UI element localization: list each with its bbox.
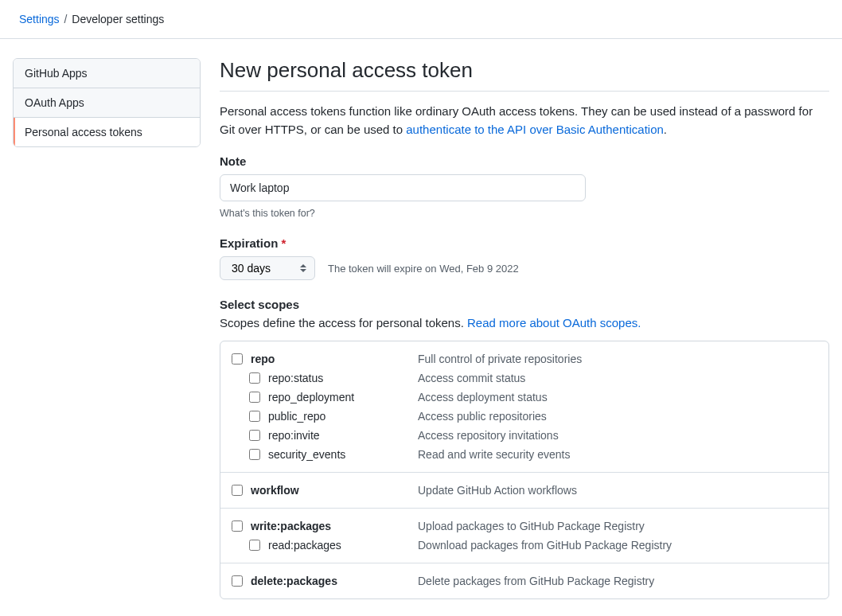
scope-description: Update GitHub Action workflows — [418, 484, 577, 497]
scope-checkbox[interactable] — [249, 540, 260, 551]
scope-name: read:packages — [268, 539, 418, 552]
expiration-select[interactable]: 30 days — [220, 256, 315, 280]
sidebar-item-github-apps[interactable]: GitHub Apps — [14, 59, 200, 88]
scope-checkbox[interactable] — [249, 411, 260, 422]
scope-row: security_eventsRead and write security e… — [232, 445, 817, 464]
scope-row: write:packagesUpload packages to GitHub … — [232, 517, 817, 536]
scope-row: repo:inviteAccess repository invitations — [232, 426, 817, 445]
scope-checkbox[interactable] — [249, 430, 260, 441]
scope-row: workflowUpdate GitHub Action workflows — [232, 481, 817, 500]
scope-name: repo — [251, 353, 418, 365]
main-content: New personal access token Personal acces… — [220, 58, 829, 616]
scope-description: Delete packages from GitHub Package Regi… — [418, 575, 654, 587]
oauth-scopes-link[interactable]: Read more about OAuth scopes. — [467, 316, 641, 329]
scopes-table: repoFull control of private repositories… — [220, 341, 829, 599]
note-input[interactable] — [220, 174, 586, 201]
scope-name: write:packages — [251, 520, 418, 532]
scope-checkbox[interactable] — [249, 449, 260, 460]
caret-updown-icon — [300, 264, 306, 272]
scope-description: Access commit status — [418, 372, 525, 384]
scopes-description: Scopes define the access for personal to… — [220, 316, 829, 329]
scope-group: delete:packagesDelete packages from GitH… — [220, 563, 828, 598]
scope-description: Download packages from GitHub Package Re… — [418, 539, 672, 552]
scope-name: repo:status — [268, 372, 418, 384]
scope-name: public_repo — [268, 410, 418, 423]
scope-row: public_repoAccess public repositories — [232, 407, 817, 426]
scope-name: delete:packages — [251, 575, 418, 587]
scope-name: repo_deployment — [268, 391, 418, 404]
note-helper: What's this token for? — [220, 208, 829, 219]
scope-description: Full control of private repositories — [418, 353, 582, 365]
expiration-note: The token will expire on Wed, Feb 9 2022 — [328, 263, 519, 275]
expiration-label: Expiration * — [220, 236, 829, 250]
scope-checkbox[interactable] — [232, 485, 243, 496]
scope-description: Access repository invitations — [418, 429, 559, 442]
auth-api-link[interactable]: authenticate to the API over Basic Authe… — [406, 123, 664, 136]
scope-row: delete:packagesDelete packages from GitH… — [232, 571, 817, 591]
scope-checkbox[interactable] — [249, 392, 260, 403]
scope-group: write:packagesUpload packages to GitHub … — [220, 509, 828, 563]
scope-description: Read and write security events — [418, 448, 570, 461]
scope-name: security_events — [268, 448, 418, 461]
scope-checkbox[interactable] — [232, 520, 243, 532]
page-description: Personal access tokens function like ord… — [220, 103, 829, 138]
note-label: Note — [220, 154, 829, 168]
scope-group: workflowUpdate GitHub Action workflows — [220, 473, 828, 509]
scope-row: repo_deploymentAccess deployment status — [232, 388, 817, 407]
scope-name: repo:invite — [268, 429, 418, 442]
sidebar-item-oauth-apps[interactable]: OAuth Apps — [14, 88, 200, 118]
breadcrumb: Settings / Developer settings — [0, 0, 842, 39]
scope-description: Access public repositories — [418, 410, 547, 423]
sidebar-item-personal-access-tokens[interactable]: Personal access tokens — [14, 118, 200, 146]
scope-row: read:packagesDownload packages from GitH… — [232, 536, 817, 555]
scope-checkbox[interactable] — [232, 353, 243, 365]
breadcrumb-root-link[interactable]: Settings — [19, 13, 60, 25]
scope-row: repo:statusAccess commit status — [232, 368, 817, 388]
page-title: New personal access token — [220, 58, 829, 92]
scope-description: Access deployment status — [418, 391, 548, 404]
breadcrumb-separator: / — [64, 13, 67, 25]
scope-group: repoFull control of private repositories… — [220, 341, 828, 473]
required-marker: * — [282, 236, 287, 250]
scope-description: Upload packages to GitHub Package Regist… — [418, 520, 645, 532]
sidebar: GitHub Apps OAuth Apps Personal access t… — [13, 58, 201, 616]
scope-name: workflow — [251, 484, 418, 497]
scope-checkbox[interactable] — [249, 372, 260, 384]
scope-row: repoFull control of private repositories — [232, 349, 817, 368]
breadcrumb-current: Developer settings — [72, 13, 164, 25]
scope-checkbox[interactable] — [232, 575, 243, 587]
scopes-heading: Select scopes — [220, 298, 829, 311]
